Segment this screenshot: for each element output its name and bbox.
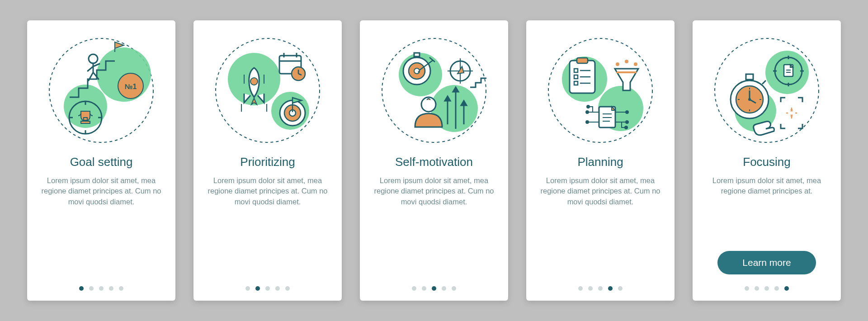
planning-icon [542,34,659,147]
pagination-dot[interactable] [774,286,779,291]
pagination-dot[interactable] [755,286,759,291]
pagination-dot[interactable] [99,286,104,291]
svg-point-70 [587,105,590,108]
card-description: Lorem ipsum dolor sit amet, mea regione … [40,175,163,264]
pagination-dot[interactable] [255,286,260,291]
self-motivation-icon [375,34,493,147]
card-title: Planning [577,155,623,169]
svg-point-63 [586,111,589,113]
onboarding-card-self-motivation: Self-motivation Lorem ipsum dolor sit am… [360,20,508,301]
card-title: Focusing [743,155,791,169]
prioritizing-icon [209,34,326,147]
svg-point-65 [586,121,589,123]
svg-point-54 [616,62,619,66]
pagination-dot[interactable] [109,286,113,291]
pagination-dot[interactable] [588,286,593,291]
pagination-dot[interactable] [89,286,94,291]
pagination-dots [79,283,123,291]
pagination-dot[interactable] [618,286,623,291]
onboarding-card-prioritizing: Prioritizing Lorem ipsum dolor sit amet,… [193,20,342,301]
svg-point-67 [626,111,628,113]
card-description: Lorem ipsum dolor sit amet, mea regione … [705,175,828,251]
pagination-dot[interactable] [422,286,426,291]
svg-rect-50 [574,75,578,79]
focusing-icon [708,34,826,147]
onboarding-card-planning: Planning Lorem ipsum dolor sit amet, mea… [526,20,675,301]
pagination-dot[interactable] [442,286,446,291]
pagination-dot[interactable] [265,286,270,291]
pagination-dot[interactable] [285,286,290,291]
goal-setting-icon: №1 [42,34,160,147]
card-description: Lorem ipsum dolor sit amet, mea regione … [206,175,329,264]
svg-rect-48 [574,69,578,72]
card-description: Lorem ipsum dolor sit amet, mea regione … [539,175,662,264]
pagination-dot[interactable] [452,286,456,291]
learn-more-button[interactable]: Learn more [717,251,816,274]
pagination-dots [578,283,623,291]
pagination-dot[interactable] [608,286,613,291]
svg-rect-33 [414,53,420,57]
pagination-dot[interactable] [745,286,749,291]
pagination-dot[interactable] [412,286,416,291]
pagination-dot[interactable] [784,286,789,291]
pagination-dot[interactable] [764,286,769,291]
svg-rect-52 [574,81,578,85]
onboarding-card-focusing: Focusing Lorem ipsum dolor sit amet, mea… [693,20,841,301]
svg-point-56 [634,62,637,66]
pagination-dot[interactable] [432,286,436,291]
pagination-dot[interactable] [245,286,250,291]
svg-text:№1: №1 [125,83,137,90]
pagination-dot[interactable] [598,286,603,291]
pagination-dots [245,283,290,291]
svg-rect-84 [746,74,753,80]
pagination-dots [745,283,789,291]
svg-rect-47 [577,58,588,63]
pagination-dots [412,283,456,291]
svg-point-3 [89,54,98,63]
pagination-dot[interactable] [119,286,123,291]
card-title: Goal setting [70,155,133,169]
card-title: Self-motivation [395,155,473,169]
pagination-dot[interactable] [578,286,583,291]
svg-point-14 [250,78,258,85]
svg-point-89 [748,98,751,101]
svg-point-71 [625,126,627,129]
svg-point-55 [625,60,628,63]
svg-point-69 [626,121,628,123]
pagination-dot[interactable] [275,286,280,291]
onboarding-card-goal-setting: №1 Goal setting Lorem ipsum dolor sit am… [27,20,175,301]
card-description: Lorem ipsum dolor sit amet, mea regione … [373,175,495,264]
card-title: Prioritizing [240,155,295,169]
svg-line-85 [762,80,766,84]
pagination-dot[interactable] [79,286,84,291]
